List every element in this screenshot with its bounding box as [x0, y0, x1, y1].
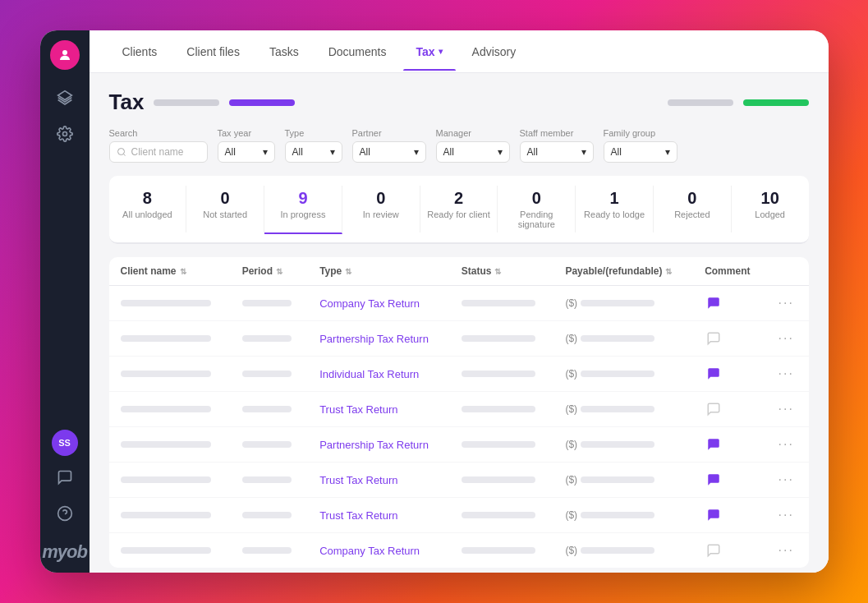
- comment-bubble-0[interactable]: [705, 294, 723, 312]
- more-button-1[interactable]: ···: [778, 331, 794, 345]
- comment-bubble-5[interactable]: [705, 471, 723, 489]
- staff-member-select[interactable]: All ▾: [520, 141, 594, 163]
- cell-comment-7[interactable]: [693, 533, 766, 568]
- message-icon[interactable]: [50, 463, 80, 492]
- svg-point-2: [62, 132, 67, 136]
- tax-year-select[interactable]: All ▾: [218, 141, 275, 163]
- stat-lodged[interactable]: 10 Lodged: [732, 186, 809, 232]
- type-link-5[interactable]: Trust Tax Return: [319, 474, 397, 486]
- cell-type-0[interactable]: Company Tax Return: [308, 286, 450, 321]
- tax-table: Client name ⇅ Period ⇅: [109, 257, 809, 568]
- stat-pending-signature-number: 0: [504, 189, 568, 208]
- comment-bubble-7[interactable]: [705, 541, 723, 559]
- nav-client-files[interactable]: Client files: [173, 34, 253, 70]
- cell-more-4[interactable]: ···: [767, 427, 809, 463]
- nav-clients[interactable]: Clients: [109, 34, 171, 70]
- stat-pending-signature[interactable]: 0 Pending signature: [498, 186, 576, 232]
- cell-more-1[interactable]: ···: [767, 321, 809, 357]
- more-button-0[interactable]: ···: [778, 296, 794, 310]
- user-avatar[interactable]: SS: [52, 430, 78, 456]
- cell-type-1[interactable]: Partnership Tax Return: [308, 321, 450, 357]
- stat-ready-to-lodge-label: Ready to lodge: [582, 209, 646, 219]
- stat-not-started-label: Not started: [193, 209, 257, 219]
- nav-tasks[interactable]: Tasks: [256, 34, 312, 70]
- cell-more-0[interactable]: ···: [767, 286, 809, 321]
- comment-bubble-2[interactable]: [705, 365, 723, 383]
- col-client-name[interactable]: Client name ⇅: [109, 257, 231, 286]
- col-payable[interactable]: Payable/(refundable) ⇅: [553, 257, 693, 286]
- cell-comment-3[interactable]: [693, 392, 766, 427]
- stat-rejected[interactable]: 0 Rejected: [654, 186, 732, 232]
- cell-client-name-7: [109, 533, 231, 568]
- cell-more-2[interactable]: ···: [767, 357, 809, 392]
- stat-rejected-number: 0: [660, 189, 724, 208]
- type-select[interactable]: All ▾: [285, 141, 342, 163]
- cell-type-4[interactable]: Partnership Tax Return: [308, 427, 450, 463]
- cell-client-name-5: [109, 463, 231, 498]
- cell-more-3[interactable]: ···: [767, 392, 809, 427]
- stat-not-started[interactable]: 0 Not started: [186, 186, 264, 232]
- more-button-7[interactable]: ···: [778, 543, 794, 557]
- more-button-3[interactable]: ···: [778, 402, 794, 416]
- period-sort-icon: ⇅: [276, 267, 282, 276]
- sidebar-layers-icon[interactable]: [50, 83, 80, 113]
- stat-all-unlodged[interactable]: 8 All unlodged: [109, 186, 187, 232]
- client-name-sort-icon: ⇅: [180, 267, 186, 276]
- cell-more-7[interactable]: ···: [767, 533, 809, 568]
- help-icon[interactable]: [50, 499, 80, 528]
- cell-type-7[interactable]: Company Tax Return: [308, 533, 450, 568]
- stat-ready-for-client-number: 2: [427, 189, 491, 208]
- status-sort-icon: ⇅: [494, 267, 501, 276]
- col-period[interactable]: Period ⇅: [231, 257, 308, 286]
- nav-advisory[interactable]: Advisory: [459, 34, 530, 70]
- cell-comment-4[interactable]: [693, 427, 766, 463]
- comment-bubble-6[interactable]: [705, 506, 723, 524]
- stat-in-progress[interactable]: 9 In progress: [264, 186, 342, 234]
- partner-select[interactable]: All ▾: [352, 141, 426, 163]
- col-status[interactable]: Status ⇅: [450, 257, 554, 286]
- type-link-1[interactable]: Partnership Tax Return: [319, 333, 429, 345]
- more-button-4[interactable]: ···: [778, 437, 794, 451]
- type-link-2[interactable]: Individual Tax Return: [319, 368, 419, 380]
- type-link-0[interactable]: Company Tax Return: [319, 297, 420, 310]
- type-link-6[interactable]: Trust Tax Return: [319, 509, 397, 522]
- cell-comment-1[interactable]: [693, 321, 766, 357]
- header-pill-3: [668, 99, 733, 106]
- type-link-7[interactable]: Company Tax Return: [319, 545, 420, 557]
- more-button-6[interactable]: ···: [778, 508, 794, 522]
- cell-more-5[interactable]: ···: [767, 463, 809, 498]
- cell-comment-5[interactable]: [693, 463, 766, 498]
- comment-bubble-1[interactable]: [705, 329, 723, 348]
- type-link-4[interactable]: Partnership Tax Return: [319, 439, 429, 451]
- more-button-2[interactable]: ···: [778, 366, 794, 380]
- stat-in-progress-label: In progress: [271, 209, 335, 219]
- search-icon: [117, 147, 126, 157]
- stat-ready-for-client[interactable]: 2 Ready for client: [420, 186, 498, 232]
- cell-type-3[interactable]: Trust Tax Return: [308, 392, 450, 427]
- sidebar-settings-icon[interactable]: [50, 119, 80, 149]
- cell-comment-0[interactable]: [693, 286, 766, 321]
- nav-documents[interactable]: Documents: [315, 34, 400, 70]
- cell-type-6[interactable]: Trust Tax Return: [308, 498, 450, 533]
- more-button-5[interactable]: ···: [778, 472, 794, 486]
- cell-type-2[interactable]: Individual Tax Return: [308, 357, 450, 392]
- cell-client-name-4: [109, 427, 231, 463]
- comment-bubble-3[interactable]: [705, 400, 723, 418]
- nav-tax[interactable]: Tax ▾: [403, 34, 456, 70]
- search-input[interactable]: Client name: [109, 141, 208, 163]
- cell-comment-6[interactable]: [693, 498, 766, 533]
- sidebar-user-icon[interactable]: [50, 40, 80, 70]
- cell-comment-2[interactable]: [693, 357, 766, 392]
- comment-bubble-4[interactable]: [705, 435, 723, 453]
- content-area: Tax Search Client name: [90, 73, 829, 573]
- type-link-3[interactable]: Trust Tax Return: [319, 403, 397, 416]
- col-type[interactable]: Type ⇅: [308, 257, 450, 286]
- cell-type-5[interactable]: Trust Tax Return: [308, 463, 450, 498]
- cell-more-6[interactable]: ···: [767, 498, 809, 533]
- col-actions: [767, 257, 809, 286]
- tax-year-group: Tax year All ▾: [218, 128, 275, 163]
- manager-select[interactable]: All ▾: [436, 141, 510, 163]
- stat-in-review[interactable]: 0 In review: [342, 186, 420, 232]
- family-group-select[interactable]: All ▾: [604, 141, 677, 163]
- stat-ready-to-lodge[interactable]: 1 Ready to lodge: [576, 186, 654, 232]
